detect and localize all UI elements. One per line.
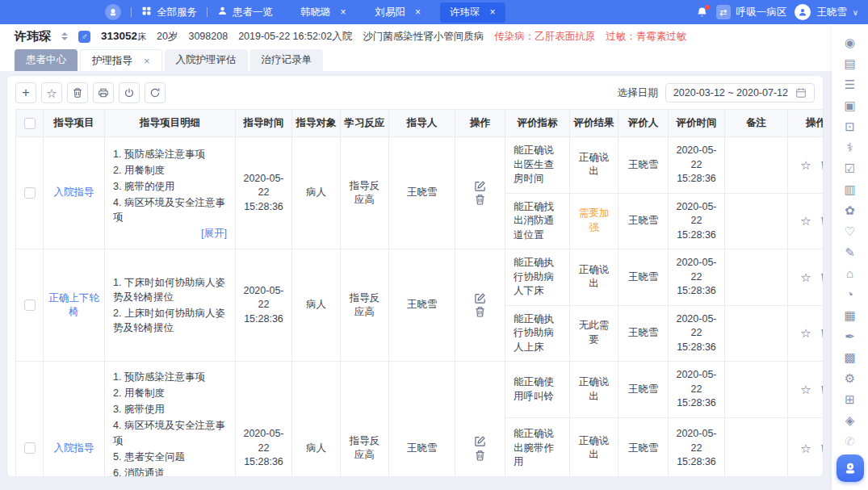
- guidance-project-link[interactable]: 入院指导: [54, 186, 94, 198]
- shield-alert-icon[interactable]: ◈: [845, 410, 855, 431]
- guidance-table-container: 指导项目指导项目明细指导时间指导对象学习反应指导人操作评价指标评价结果评价人评价…: [7, 109, 823, 476]
- infection-warning: 传染病：乙肝表面抗原: [494, 30, 595, 44]
- patient-tab[interactable]: 刘易阳 ×: [366, 2, 431, 23]
- guidance-time-cell: 2020-05-2215:28:36: [236, 249, 292, 362]
- guidance-project-link[interactable]: 入院指导: [54, 442, 94, 454]
- guidance-actions-cell: [455, 249, 505, 362]
- power-button[interactable]: [119, 82, 140, 103]
- grid-icon: [141, 6, 152, 19]
- edit-button[interactable]: [474, 292, 486, 304]
- guidance-target-cell: 病人: [292, 362, 341, 477]
- notifications-bell-icon[interactable]: [696, 6, 708, 19]
- patient-tab-label: 韩晓璐: [300, 6, 331, 19]
- favorite-star-button[interactable]: ☆: [800, 383, 811, 396]
- admission-time: 2019-05-22 16:52:02入院: [238, 30, 352, 44]
- leaf-icon[interactable]: ✒: [845, 326, 855, 347]
- drop-clock-icon[interactable]: ◔: [846, 284, 853, 305]
- evaluator-cell: 王晓雪: [619, 418, 669, 476]
- refresh-button[interactable]: [145, 82, 166, 103]
- detail-line: 5. 患者安全问题: [113, 450, 227, 464]
- close-icon[interactable]: ×: [144, 55, 150, 67]
- delete-button[interactable]: [820, 383, 823, 396]
- details-toggle-link[interactable]: [展开]: [113, 227, 227, 241]
- delete-button[interactable]: [67, 82, 88, 103]
- delete-button[interactable]: [820, 271, 823, 283]
- clipboard-shield-icon[interactable]: ▦: [844, 305, 855, 326]
- delete-button[interactable]: [820, 327, 823, 339]
- evaluation-indicator-cell: 能正确使用呼叫铃: [505, 362, 570, 418]
- link-icon[interactable]: ✆: [845, 431, 855, 452]
- favorite-star-button[interactable]: ☆: [800, 442, 811, 454]
- ward-selector[interactable]: ⇄ 呼吸一病区: [716, 5, 787, 19]
- document-copy-icon[interactable]: ▥: [844, 179, 855, 200]
- signature-icon[interactable]: ✎: [845, 242, 855, 263]
- stethoscope-icon[interactable]: ⚕: [846, 137, 853, 158]
- building-chart-icon[interactable]: ▩: [844, 347, 855, 368]
- user-menu[interactable]: 王晓雪 ∨: [795, 4, 858, 20]
- date-range-input[interactable]: 2020-03-12 ~ 2020-07-12: [665, 83, 815, 103]
- patient-tab-active[interactable]: 许玮琛 ×: [440, 2, 505, 23]
- calendar-icon[interactable]: ⊞: [845, 389, 855, 410]
- evaluation-result: 正确说出: [579, 264, 610, 290]
- app-logo[interactable]: [105, 4, 121, 20]
- clipboard-list-icon[interactable]: ☰: [845, 74, 855, 95]
- delete-button[interactable]: [820, 159, 823, 171]
- patient-record-icon[interactable]: ☑: [845, 158, 855, 179]
- document-gear-icon[interactable]: ⚙: [845, 368, 855, 389]
- delete-button[interactable]: [820, 215, 823, 227]
- print-button[interactable]: [93, 82, 114, 103]
- guidance-project-link[interactable]: 正确上下轮椅: [48, 292, 99, 318]
- favorite-star-button[interactable]: ☆: [800, 271, 811, 283]
- detail-line: 2. 用餐制度: [113, 163, 227, 178]
- nursing-guidance-panel: +☆ 选择日期 2020-03-12 ~ 2020-07-12: [6, 75, 824, 477]
- chat-messages-icon[interactable]: ⊡: [845, 116, 855, 137]
- close-icon[interactable]: ×: [490, 6, 496, 18]
- evaluator-cell: 王晓雪: [619, 362, 669, 418]
- nav-patient-list[interactable]: 患者一览: [217, 6, 273, 19]
- ribbon-icon[interactable]: ✿: [845, 200, 855, 221]
- notebook-icon[interactable]: ▣: [844, 95, 855, 116]
- patient-tab[interactable]: 韩晓璐 ×: [291, 2, 356, 23]
- guidance-project-cell: 入院指导: [44, 137, 105, 249]
- allergy-warning: 过敏：青霉素过敏: [606, 30, 686, 44]
- delete-button[interactable]: [474, 306, 486, 318]
- tab-admission-assessment[interactable]: 入院护理评估: [165, 49, 248, 71]
- favorite-button[interactable]: ☆: [41, 82, 62, 103]
- card-heart-icon[interactable]: ♡: [845, 221, 855, 242]
- top-navigation-bar: 全部服务 患者一览 韩晓璐 × 刘易阳 × 许玮琛 × ⇄ 呼吸一病区: [0, 0, 868, 24]
- robot-assistant-button[interactable]: [837, 454, 864, 482]
- row-checkbox[interactable]: [24, 187, 36, 199]
- tab-nursing-guidance[interactable]: 护理指导 ×: [80, 49, 162, 71]
- guidance-details-cell: 1. 下床时如何协助病人姿势及轮椅摆位2. 上床时如何协助病人姿势及轮椅摆位: [105, 249, 236, 362]
- select-all-checkbox[interactable]: [24, 118, 36, 129]
- add-button[interactable]: +: [15, 82, 36, 103]
- favorite-star-button[interactable]: ☆: [800, 327, 811, 339]
- row-checkbox[interactable]: [24, 299, 36, 311]
- user-circle-icon[interactable]: ◉: [845, 32, 855, 53]
- evaluation-time-cell: 2020-05-2215:28:36: [669, 137, 725, 194]
- favorite-star-button[interactable]: ☆: [800, 159, 811, 171]
- column-header: 指导对象: [292, 110, 341, 137]
- nav-all-services[interactable]: 全部服务: [141, 6, 197, 19]
- close-icon[interactable]: ×: [341, 6, 346, 18]
- evaluation-result: 正确说出: [579, 376, 610, 402]
- delete-button[interactable]: [820, 442, 823, 454]
- delete-button[interactable]: [474, 450, 486, 462]
- patient-name: 许玮琛: [15, 29, 51, 44]
- home-clock-icon[interactable]: ⌂: [846, 263, 853, 284]
- divider: [131, 7, 132, 17]
- chart-board-icon[interactable]: ▤: [844, 53, 855, 74]
- tab-patient-center[interactable]: 患者中心: [15, 49, 78, 71]
- diagnosis: 沙门菌感染性肾小管间质病: [363, 30, 484, 44]
- evaluation-indicator-cell: 能正确说出医生查房时间: [505, 137, 570, 194]
- edit-button[interactable]: [474, 435, 486, 447]
- favorite-star-button[interactable]: ☆: [800, 215, 811, 227]
- patient-switch-icon[interactable]: [61, 32, 68, 40]
- edit-button[interactable]: [474, 180, 486, 192]
- evaluation-result: 正确说出: [579, 435, 610, 461]
- row-checkbox[interactable]: [24, 442, 36, 454]
- switch-ward-icon: ⇄: [716, 5, 731, 19]
- tab-treatment-record[interactable]: 治疗记录单: [250, 49, 324, 71]
- delete-button[interactable]: [474, 194, 486, 206]
- close-icon[interactable]: ×: [415, 6, 421, 18]
